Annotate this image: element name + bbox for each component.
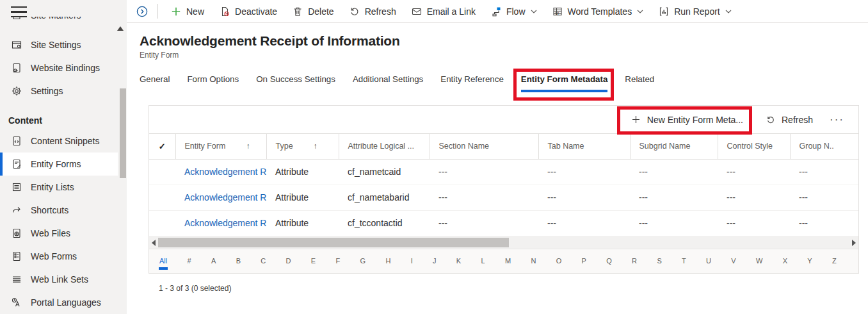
alphabet-filter-v[interactable]: V [731, 257, 735, 265]
deactivate-button[interactable]: Deactivate [212, 0, 285, 22]
column-header[interactable]: Control Style [718, 134, 790, 159]
alphabet-filter-x[interactable]: X [783, 257, 787, 265]
alphabet-filter-m[interactable]: M [505, 257, 511, 265]
table-cell: --- [790, 159, 858, 185]
tab-additional-settings[interactable]: Additional Settings [353, 74, 423, 92]
tab-on-success-settings[interactable]: On Success Settings [256, 74, 335, 92]
table-cell: --- [630, 185, 718, 210]
entity-form-link[interactable]: Acknowledgement Rec [175, 159, 266, 185]
alphabet-filter-s[interactable]: S [657, 257, 661, 265]
email-a-link-button[interactable]: Email a Link [404, 0, 483, 22]
alphabet-filter-c[interactable]: C [261, 257, 266, 265]
grid-new-button[interactable]: New Entity Form Meta... [627, 115, 747, 125]
alphabet-filter-i[interactable]: I [411, 257, 413, 265]
sidebar-item-web-files[interactable]: Web Files [0, 222, 118, 245]
alphabet-filter-f[interactable]: F [335, 257, 340, 265]
button-label: Run Report [674, 6, 720, 17]
scrollbar-thumb[interactable] [158, 238, 509, 247]
grid-refresh-button[interactable]: Refresh [766, 115, 813, 125]
sidebar-item-clipped[interactable]: Site Markers [0, 17, 118, 27]
column-header[interactable]: Tab Name [538, 134, 630, 159]
alphabet-filter-d[interactable]: D [286, 257, 291, 265]
select-all-checkmark-icon[interactable]: ✓ [149, 134, 175, 159]
sidebar-item-entity-lists[interactable]: Entity Lists [0, 176, 118, 199]
web-forms-icon [12, 251, 22, 261]
alphabet-filter-z[interactable]: Z [832, 257, 837, 265]
entity-form-link[interactable]: Acknowledgement Rec [175, 185, 266, 210]
sidebar-item-entity-forms[interactable]: Entity Forms [0, 153, 118, 176]
sidebar-item-shortcuts[interactable]: Shortcuts [0, 199, 118, 222]
sidebar-item-site-settings[interactable]: Site Settings [0, 33, 118, 56]
alphabet-filter-j[interactable]: J [433, 257, 437, 265]
alphabet-filter-b[interactable]: B [236, 257, 241, 265]
column-header[interactable]: Attribute Logical ... [339, 134, 430, 159]
alphabet-filter-a[interactable]: A [211, 257, 216, 265]
tab-entity-reference[interactable]: Entity Reference [440, 74, 504, 92]
column-header[interactable]: Type↑ [266, 134, 339, 159]
alphabet-filter-o[interactable]: O [556, 257, 562, 265]
alphabet-filter-g[interactable]: G [360, 257, 366, 265]
web-files-icon [12, 228, 22, 238]
alphabet-filter-l[interactable]: L [481, 257, 485, 265]
table-cell: Attribute [266, 185, 339, 210]
sidebar-item-content-snippets[interactable]: Content Snippets [0, 129, 118, 153]
entity-form-link[interactable]: Acknowledgement Rec [175, 210, 266, 236]
sidebar-item-website-bindings[interactable]: Website Bindings [0, 56, 118, 79]
alphabet-filter-hash[interactable]: # [188, 257, 191, 265]
alphabet-filter-y[interactable]: Y [807, 257, 812, 265]
alphabet-filter-k[interactable]: K [456, 257, 461, 265]
column-header[interactable]: Section Name [430, 134, 538, 159]
row-select-cell[interactable] [149, 210, 175, 236]
run-report-button[interactable]: Run Report [651, 0, 739, 22]
column-header[interactable]: Entity Form↑ [175, 134, 266, 159]
column-label: Type [276, 142, 293, 151]
sidebar-nav: Site Markers Site Settings Website Bindi… [0, 17, 118, 314]
alphabet-filter-r[interactable]: R [632, 257, 637, 265]
alphabet-filter-n[interactable]: N [531, 257, 536, 265]
alphabet-filter-q[interactable]: Q [606, 257, 612, 265]
hamburger-menu-icon[interactable] [11, 6, 27, 17]
word-templates-button[interactable]: W Word Templates [545, 0, 652, 22]
tab-entity-form-metadata[interactable]: Entity Form Metadata [521, 74, 608, 92]
refresh-button[interactable]: Refresh [342, 0, 404, 22]
tab-related[interactable]: Related [625, 74, 654, 92]
flow-button[interactable]: Flow [483, 0, 545, 22]
button-label: Refresh [365, 6, 396, 17]
sidebar-item-web-link-sets[interactable]: Web Link Sets [0, 268, 118, 291]
chevron-down-icon [725, 10, 732, 13]
table-cell: --- [790, 210, 858, 236]
row-select-cell[interactable] [149, 159, 175, 185]
new-button[interactable]: New [163, 0, 212, 22]
sidebar-section-content: Content [0, 103, 118, 129]
sort-ascending-icon: ↑ [314, 142, 317, 151]
entity-form-metadata-grid: New Entity Form Meta... Refresh ··· ✓Ent… [149, 105, 859, 274]
sidebar-item-portal-languages[interactable]: Portal Languages [0, 291, 118, 314]
tab-form-options[interactable]: Form Options [187, 74, 239, 92]
alphabet-filter-e[interactable]: E [311, 257, 316, 265]
row-select-cell[interactable] [149, 185, 175, 210]
table-cell: --- [430, 185, 538, 210]
tab-general[interactable]: General [140, 74, 170, 92]
delete-button[interactable]: Delete [285, 0, 341, 22]
alphabet-filter-t[interactable]: T [682, 257, 686, 265]
button-label: Word Templates [568, 6, 632, 17]
sidebar-item-settings[interactable]: Settings [0, 79, 118, 103]
column-label: Entity Form [185, 142, 226, 151]
alphabet-filter-p[interactable]: P [582, 257, 586, 265]
expand-command-bar-button[interactable] [133, 0, 151, 22]
column-header[interactable]: Group N.. [790, 134, 858, 159]
column-header[interactable]: Subgrid Name [630, 134, 718, 159]
sidebar-item-web-forms[interactable]: Web Forms [0, 245, 118, 268]
scroll-right-icon[interactable] [852, 240, 856, 246]
trash-icon [293, 6, 303, 17]
alphabet-filter-w[interactable]: W [756, 257, 762, 265]
gear-icon [12, 86, 22, 96]
grid-more-commands-button[interactable]: ··· [830, 117, 844, 123]
alphabet-filter-u[interactable]: U [706, 257, 711, 265]
scroll-left-icon[interactable] [152, 240, 156, 246]
sidebar-scroll-up-icon[interactable] [117, 26, 124, 31]
horizontal-scrollbar[interactable] [149, 236, 858, 249]
alphabet-filter-all[interactable]: All [159, 257, 167, 265]
sidebar-scrollbar-thumb[interactable] [120, 88, 126, 178]
alphabet-filter-h[interactable]: H [385, 257, 390, 265]
